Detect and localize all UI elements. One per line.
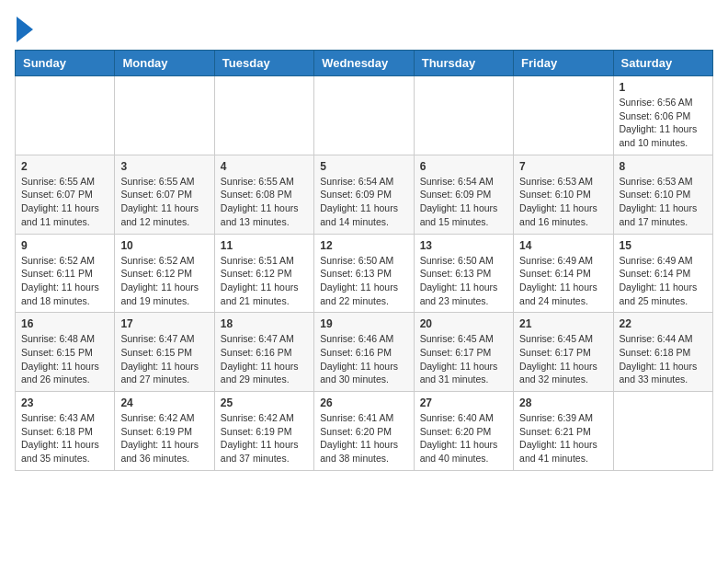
calendar-cell: 27Sunrise: 6:40 AM Sunset: 6:20 PM Dayli… [414, 392, 513, 471]
calendar-cell: 18Sunrise: 6:47 AM Sunset: 6:16 PM Dayli… [214, 313, 313, 392]
day-number: 19 [320, 317, 407, 330]
calendar-body: 1Sunrise: 6:56 AM Sunset: 6:06 PM Daylig… [16, 76, 713, 471]
calendar-cell [115, 76, 214, 155]
day-info: Sunrise: 6:54 AM Sunset: 6:09 PM Dayligh… [420, 175, 507, 229]
day-info: Sunrise: 6:54 AM Sunset: 6:09 PM Dayligh… [320, 175, 407, 229]
day-number: 5 [320, 160, 407, 173]
weekday-header-sunday: Sunday [16, 51, 115, 76]
calendar-cell: 16Sunrise: 6:48 AM Sunset: 6:15 PM Dayli… [16, 313, 115, 392]
day-number: 24 [120, 396, 208, 409]
calendar-cell: 25Sunrise: 6:42 AM Sunset: 6:19 PM Dayli… [214, 392, 313, 471]
weekday-header-tuesday: Tuesday [214, 51, 313, 76]
day-info: Sunrise: 6:49 AM Sunset: 6:14 PM Dayligh… [620, 254, 707, 308]
day-info: Sunrise: 6:48 AM Sunset: 6:15 PM Dayligh… [21, 332, 108, 386]
day-number: 12 [320, 239, 407, 252]
calendar-cell: 26Sunrise: 6:41 AM Sunset: 6:20 PM Dayli… [314, 392, 414, 471]
calendar-cell [613, 392, 712, 471]
day-number: 10 [120, 239, 208, 252]
day-number: 3 [120, 160, 208, 173]
day-info: Sunrise: 6:43 AM Sunset: 6:18 PM Dayligh… [21, 411, 108, 465]
day-info: Sunrise: 6:53 AM Sunset: 6:10 PM Dayligh… [620, 175, 707, 229]
day-info: Sunrise: 6:50 AM Sunset: 6:13 PM Dayligh… [320, 254, 407, 308]
calendar-week-row: 2Sunrise: 6:55 AM Sunset: 6:07 PM Daylig… [16, 155, 713, 234]
day-number: 27 [420, 396, 507, 409]
calendar-cell: 9Sunrise: 6:52 AM Sunset: 6:11 PM Daylig… [16, 234, 115, 313]
day-number: 21 [519, 317, 607, 330]
day-number: 1 [620, 81, 707, 94]
day-info: Sunrise: 6:51 AM Sunset: 6:12 PM Dayligh… [221, 254, 308, 308]
calendar-cell [414, 76, 513, 155]
day-number: 13 [420, 239, 507, 252]
day-info: Sunrise: 6:42 AM Sunset: 6:19 PM Dayligh… [120, 411, 208, 465]
day-info: Sunrise: 6:46 AM Sunset: 6:16 PM Dayligh… [320, 332, 407, 386]
calendar-cell: 4Sunrise: 6:55 AM Sunset: 6:08 PM Daylig… [214, 155, 313, 234]
day-number: 8 [620, 160, 707, 173]
day-number: 28 [519, 396, 607, 409]
day-info: Sunrise: 6:42 AM Sunset: 6:19 PM Dayligh… [221, 411, 308, 465]
calendar-cell: 7Sunrise: 6:53 AM Sunset: 6:10 PM Daylig… [514, 155, 613, 234]
day-number: 20 [420, 317, 507, 330]
calendar-cell [514, 76, 613, 155]
logo [15, 15, 33, 42]
weekday-header-thursday: Thursday [414, 51, 513, 76]
calendar-cell: 12Sunrise: 6:50 AM Sunset: 6:13 PM Dayli… [314, 234, 414, 313]
day-number: 25 [221, 396, 308, 409]
calendar-cell: 22Sunrise: 6:44 AM Sunset: 6:18 PM Dayli… [613, 313, 712, 392]
day-info: Sunrise: 6:55 AM Sunset: 6:07 PM Dayligh… [120, 175, 208, 229]
weekday-header-wednesday: Wednesday [314, 51, 414, 76]
calendar-table: SundayMondayTuesdayWednesdayThursdayFrid… [15, 50, 713, 471]
calendar-cell: 6Sunrise: 6:54 AM Sunset: 6:09 PM Daylig… [414, 155, 513, 234]
calendar-week-row: 16Sunrise: 6:48 AM Sunset: 6:15 PM Dayli… [16, 313, 713, 392]
day-info: Sunrise: 6:44 AM Sunset: 6:18 PM Dayligh… [620, 332, 707, 386]
day-info: Sunrise: 6:45 AM Sunset: 6:17 PM Dayligh… [519, 332, 607, 386]
calendar-cell [214, 76, 313, 155]
calendar-cell: 13Sunrise: 6:50 AM Sunset: 6:13 PM Dayli… [414, 234, 513, 313]
calendar-cell: 24Sunrise: 6:42 AM Sunset: 6:19 PM Dayli… [115, 392, 214, 471]
calendar-cell: 11Sunrise: 6:51 AM Sunset: 6:12 PM Dayli… [214, 234, 313, 313]
page-header [15, 15, 713, 42]
logo-arrow-icon [17, 17, 33, 42]
calendar-cell: 20Sunrise: 6:45 AM Sunset: 6:17 PM Dayli… [414, 313, 513, 392]
calendar-week-row: 23Sunrise: 6:43 AM Sunset: 6:18 PM Dayli… [16, 392, 713, 471]
day-number: 11 [221, 239, 308, 252]
calendar-week-row: 1Sunrise: 6:56 AM Sunset: 6:06 PM Daylig… [16, 76, 713, 155]
day-info: Sunrise: 6:55 AM Sunset: 6:08 PM Dayligh… [221, 175, 308, 229]
day-number: 15 [620, 239, 707, 252]
day-info: Sunrise: 6:45 AM Sunset: 6:17 PM Dayligh… [420, 332, 507, 386]
calendar-cell: 8Sunrise: 6:53 AM Sunset: 6:10 PM Daylig… [613, 155, 712, 234]
calendar-cell [314, 76, 414, 155]
day-info: Sunrise: 6:40 AM Sunset: 6:20 PM Dayligh… [420, 411, 507, 465]
day-number: 9 [21, 239, 108, 252]
day-number: 18 [221, 317, 308, 330]
day-info: Sunrise: 6:52 AM Sunset: 6:12 PM Dayligh… [120, 254, 208, 308]
day-number: 7 [519, 160, 607, 173]
calendar-cell: 5Sunrise: 6:54 AM Sunset: 6:09 PM Daylig… [314, 155, 414, 234]
calendar-cell: 28Sunrise: 6:39 AM Sunset: 6:21 PM Dayli… [514, 392, 613, 471]
day-info: Sunrise: 6:52 AM Sunset: 6:11 PM Dayligh… [21, 254, 108, 308]
day-info: Sunrise: 6:47 AM Sunset: 6:16 PM Dayligh… [221, 332, 308, 386]
calendar-week-row: 9Sunrise: 6:52 AM Sunset: 6:11 PM Daylig… [16, 234, 713, 313]
day-number: 2 [21, 160, 108, 173]
day-number: 23 [21, 396, 108, 409]
day-number: 22 [620, 317, 707, 330]
day-info: Sunrise: 6:55 AM Sunset: 6:07 PM Dayligh… [21, 175, 108, 229]
day-info: Sunrise: 6:50 AM Sunset: 6:13 PM Dayligh… [420, 254, 507, 308]
calendar-cell: 17Sunrise: 6:47 AM Sunset: 6:15 PM Dayli… [115, 313, 214, 392]
calendar-cell: 2Sunrise: 6:55 AM Sunset: 6:07 PM Daylig… [16, 155, 115, 234]
calendar-cell: 19Sunrise: 6:46 AM Sunset: 6:16 PM Dayli… [314, 313, 414, 392]
calendar-cell: 3Sunrise: 6:55 AM Sunset: 6:07 PM Daylig… [115, 155, 214, 234]
weekday-header-saturday: Saturday [613, 51, 712, 76]
day-number: 14 [519, 239, 607, 252]
calendar-cell: 14Sunrise: 6:49 AM Sunset: 6:14 PM Dayli… [514, 234, 613, 313]
day-info: Sunrise: 6:56 AM Sunset: 6:06 PM Dayligh… [620, 96, 707, 150]
calendar-cell: 1Sunrise: 6:56 AM Sunset: 6:06 PM Daylig… [613, 76, 712, 155]
calendar-cell: 23Sunrise: 6:43 AM Sunset: 6:18 PM Dayli… [16, 392, 115, 471]
day-info: Sunrise: 6:53 AM Sunset: 6:10 PM Dayligh… [519, 175, 607, 229]
weekday-header-friday: Friday [514, 51, 613, 76]
day-info: Sunrise: 6:41 AM Sunset: 6:20 PM Dayligh… [320, 411, 407, 465]
day-info: Sunrise: 6:39 AM Sunset: 6:21 PM Dayligh… [519, 411, 607, 465]
day-number: 26 [320, 396, 407, 409]
day-info: Sunrise: 6:47 AM Sunset: 6:15 PM Dayligh… [120, 332, 208, 386]
calendar-cell: 10Sunrise: 6:52 AM Sunset: 6:12 PM Dayli… [115, 234, 214, 313]
day-number: 16 [21, 317, 108, 330]
